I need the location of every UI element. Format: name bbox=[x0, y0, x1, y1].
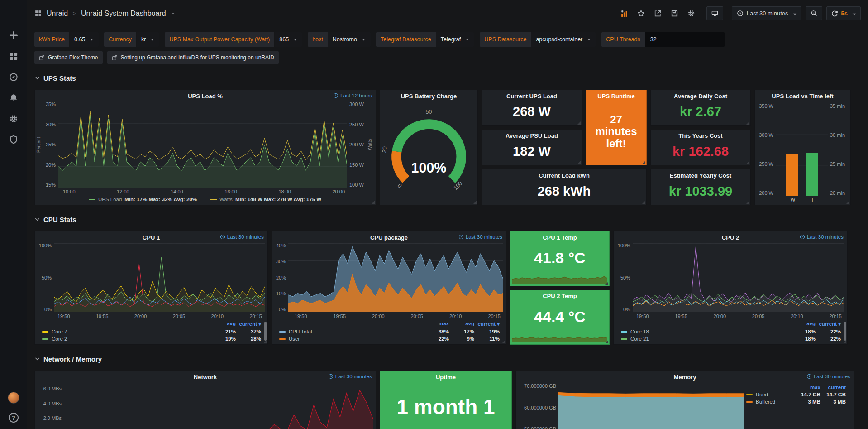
variable-value[interactable]: 0.65 bbox=[70, 32, 99, 47]
legend-header[interactable]: avgcurrent ▾ bbox=[42, 321, 261, 327]
legend-row[interactable]: User22%9%11% bbox=[279, 336, 500, 342]
sidebar-bottom: ? bbox=[8, 392, 19, 423]
legend-row[interactable]: Core 1818%22% bbox=[621, 329, 841, 334]
legend-row[interactable]: CPU Total38%17%19% bbox=[279, 329, 500, 334]
legend-scrollbar[interactable] bbox=[844, 322, 846, 341]
axis-tick: 20:00 bbox=[134, 313, 147, 319]
cpu1-chart[interactable] bbox=[54, 243, 265, 312]
link-ups-monitoring-guide[interactable]: Setting up Grafana and InfluxDB for UPS … bbox=[107, 51, 279, 64]
panel-title[interactable]: CPU 1 Last 30 minutes bbox=[35, 231, 267, 243]
time-picker-button[interactable]: Last 30 minutes bbox=[732, 6, 801, 20]
configuration-gear-icon[interactable] bbox=[9, 114, 18, 123]
panel-title[interactable]: Uptime bbox=[380, 371, 511, 383]
user-avatar[interactable] bbox=[8, 392, 19, 404]
panel-title[interactable]: Memory Last 30 minutes bbox=[516, 371, 854, 383]
panel-time-badge[interactable]: Last 30 minutes bbox=[806, 374, 850, 379]
panel-current-ups-load: Current UPS Load 268 W bbox=[482, 90, 582, 126]
panel-time-badge[interactable]: Last 12 hours bbox=[333, 93, 372, 98]
legend-row[interactable]: Buffered3 MB3 MB bbox=[746, 399, 846, 405]
variable-ups-max-power[interactable]: UPS Max Output Power Capacity (Watt) 865 bbox=[165, 32, 302, 47]
explore-compass-icon[interactable] bbox=[9, 72, 18, 82]
network-chart[interactable] bbox=[64, 383, 373, 429]
legend-header[interactable]: maxcurrent bbox=[746, 385, 846, 390]
panel-time-badge[interactable]: Last 30 minutes bbox=[220, 234, 264, 240]
axis-tick: 30% bbox=[44, 122, 56, 127]
panel-time-badge[interactable]: Last 30 minutes bbox=[800, 234, 844, 240]
panel-title[interactable]: Average PSU Load bbox=[482, 130, 582, 142]
section-network-memory[interactable]: Network / Memory bbox=[34, 353, 861, 365]
variable-value[interactable]: apcupsd-container bbox=[531, 32, 596, 47]
server-admin-shield-icon[interactable] bbox=[9, 135, 18, 144]
share-dashboard-button[interactable] bbox=[652, 7, 664, 20]
link-grafana-plex-theme[interactable]: Grafana Plex Theme bbox=[34, 51, 103, 64]
variable-telegraf-datasource[interactable]: Telegraf Datasource Telegraf bbox=[376, 32, 474, 47]
star-dashboard-button[interactable] bbox=[635, 7, 648, 20]
cpu-package-chart[interactable] bbox=[288, 243, 503, 312]
variable-kwh-price[interactable]: kWh Price 0.65 bbox=[34, 32, 99, 47]
panel-time-badge[interactable]: Last 30 minutes bbox=[458, 234, 502, 240]
breadcrumb-app[interactable]: Unraid bbox=[47, 10, 68, 18]
add-panel-button[interactable] bbox=[618, 7, 631, 20]
legend-row[interactable]: Core 219%28% bbox=[42, 336, 261, 342]
zoom-out-time-button[interactable] bbox=[806, 6, 822, 20]
section-cpu-stats[interactable]: CPU Stats bbox=[34, 213, 861, 226]
legend-scrollbar[interactable] bbox=[264, 322, 267, 341]
dashboard-title[interactable]: Unraid System Dashboard bbox=[81, 10, 166, 18]
panel-ups-load-vs-time: UPS Load vs Time left 350 W300 W250 W200… bbox=[754, 90, 851, 205]
alerting-bell-icon[interactable] bbox=[9, 93, 18, 102]
cpu2-chart[interactable] bbox=[633, 243, 844, 312]
bar-time-left[interactable] bbox=[806, 153, 818, 196]
panel-title[interactable]: Network Last 30 minutes bbox=[35, 371, 376, 383]
panel-this-years-cost: This Years Cost kr 162.68 bbox=[650, 130, 751, 166]
memory-chart[interactable] bbox=[558, 383, 744, 429]
panel-title[interactable]: CPU 2 Temp bbox=[510, 290, 609, 302]
refresh-button[interactable]: 5s bbox=[826, 6, 861, 20]
bar-watts[interactable] bbox=[786, 154, 798, 196]
axis-tick: 20% bbox=[275, 275, 286, 280]
panel-title[interactable]: Estimated Yearly Cost bbox=[651, 169, 750, 181]
apps-grid-icon[interactable] bbox=[34, 10, 42, 17]
variable-ups-datasource[interactable]: UPS Datasource apcupsd-container bbox=[480, 32, 596, 47]
legend-header[interactable]: avgcurrent ▾ bbox=[621, 321, 841, 327]
variable-host[interactable]: host Nostromo bbox=[308, 32, 371, 47]
axis-tick: 20:00 bbox=[714, 313, 726, 319]
panel-title[interactable]: Average Daily Cost bbox=[651, 90, 750, 102]
panel-title[interactable]: Current UPS Load bbox=[482, 90, 582, 102]
panel-title[interactable]: UPS Runtime bbox=[586, 90, 646, 102]
panel-title[interactable]: UPS Load % Last 12 hours bbox=[35, 90, 376, 102]
legend-item[interactable]: UPS LoadMin: 17% Max: 32% Avg: 20% bbox=[89, 197, 197, 202]
variable-value[interactable]: 865 bbox=[275, 32, 302, 47]
legend-row[interactable]: Used14.7 GB14.7 GB bbox=[746, 392, 846, 397]
legend-item[interactable]: WattsMin: 148 W Max: 278 W Avg: 175 W bbox=[210, 197, 321, 202]
chevron-down-icon[interactable] bbox=[171, 11, 176, 16]
panel-title[interactable]: UPS Battery Charge bbox=[380, 90, 477, 102]
panel-time-badge[interactable]: Last 30 minutes bbox=[328, 374, 372, 379]
panel-title[interactable]: UPS Load vs Time left bbox=[755, 90, 850, 102]
section-ups-stats[interactable]: UPS Stats bbox=[34, 72, 861, 84]
panel-title[interactable]: CPU package Last 30 minutes bbox=[272, 231, 506, 243]
panel-title[interactable]: CPU 2 Last 30 minutes bbox=[614, 231, 847, 243]
axis-tick: 16:00 bbox=[224, 189, 237, 194]
sparkline bbox=[512, 271, 607, 284]
variable-value[interactable]: kr bbox=[137, 32, 159, 47]
variable-value[interactable]: Telegraf bbox=[436, 32, 474, 47]
legend-row[interactable]: Core 721%37% bbox=[42, 329, 261, 334]
help-icon[interactable]: ? bbox=[9, 413, 19, 423]
cpu-threads-input[interactable] bbox=[645, 32, 725, 47]
variable-currency[interactable]: Currency kr bbox=[104, 32, 159, 47]
legend-header[interactable]: maxavgcurrent ▾ bbox=[279, 321, 500, 327]
refresh-interval-label[interactable]: 5s bbox=[841, 10, 848, 17]
dashboards-icon[interactable] bbox=[9, 52, 18, 61]
panel-title[interactable]: This Years Cost bbox=[651, 130, 750, 142]
legend-row[interactable]: Core 2118%22% bbox=[621, 336, 841, 342]
ups-load-chart[interactable] bbox=[58, 102, 347, 188]
grafana-logo[interactable] bbox=[5, 5, 22, 21]
panel-title[interactable]: Current Load kWh bbox=[482, 169, 646, 181]
dashboard-settings-button[interactable] bbox=[685, 7, 698, 20]
variable-value[interactable]: Nostromo bbox=[328, 32, 371, 47]
battery-gauge[interactable]: 02050100100% bbox=[380, 102, 477, 205]
cycle-view-button[interactable] bbox=[706, 6, 723, 20]
create-plus-icon[interactable] bbox=[9, 31, 18, 40]
save-dashboard-button[interactable] bbox=[668, 7, 681, 20]
panel-title[interactable]: CPU 1 Temp bbox=[510, 231, 609, 243]
